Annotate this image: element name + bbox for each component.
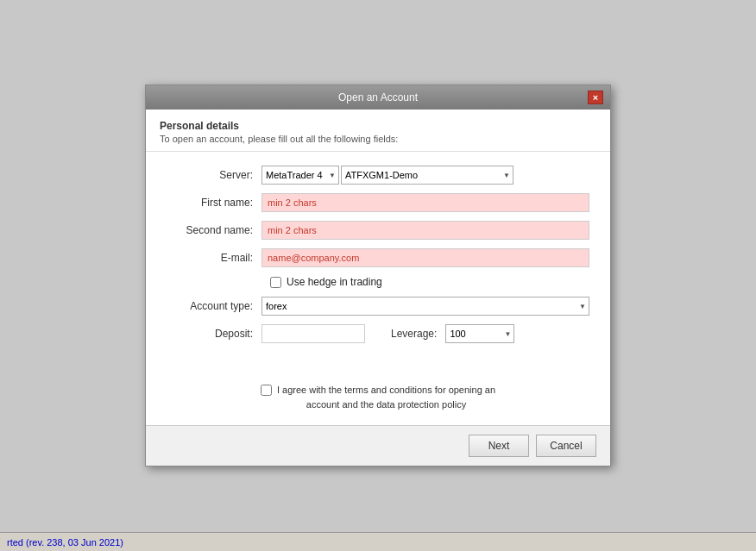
dialog-title: Open an Account bbox=[168, 91, 588, 103]
section-header: Personal details To open an account, ple… bbox=[146, 110, 610, 152]
firstname-row: First name: bbox=[167, 193, 589, 212]
platform-select-wrapper: MetaTrader 4 bbox=[261, 166, 339, 185]
agreement-area: I agree with the terms and conditions fo… bbox=[146, 366, 610, 425]
form-area: Server: MetaTrader 4 ATFXGM1-Demo bbox=[146, 152, 610, 366]
account-type-control: forex bbox=[261, 297, 589, 316]
server-controls: MetaTrader 4 ATFXGM1-Demo bbox=[261, 166, 589, 185]
platform-select[interactable]: MetaTrader 4 bbox=[261, 166, 339, 185]
leverage-select[interactable]: 100 bbox=[445, 324, 514, 343]
hedge-label: Use hedge in trading bbox=[287, 276, 382, 288]
secondname-label: Second name: bbox=[167, 224, 261, 236]
agreement-line1: I agree with the terms and conditions fo… bbox=[277, 385, 495, 395]
email-label: E-mail: bbox=[167, 252, 261, 264]
next-button[interactable]: Next bbox=[469, 435, 529, 457]
dialog-overlay: Open an Account × Personal details To op… bbox=[0, 0, 756, 551]
dialog-body: Personal details To open an account, ple… bbox=[146, 110, 610, 425]
secondname-input[interactable] bbox=[261, 221, 589, 240]
dialog-titlebar: Open an Account × bbox=[146, 85, 610, 110]
firstname-control bbox=[261, 193, 589, 212]
email-input[interactable] bbox=[261, 248, 589, 267]
agreement-text: I agree with the terms and conditions fo… bbox=[277, 383, 495, 411]
section-title: Personal details bbox=[160, 120, 596, 132]
server-name-select[interactable]: ATFXGM1-Demo bbox=[341, 166, 513, 185]
open-account-dialog: Open an Account × Personal details To op… bbox=[145, 85, 611, 466]
cancel-button[interactable]: Cancel bbox=[536, 435, 596, 457]
agreement-checkbox[interactable] bbox=[261, 385, 272, 396]
close-button[interactable]: × bbox=[588, 91, 603, 104]
deposit-input[interactable]: 100000 bbox=[261, 324, 365, 343]
deposit-leverage-row: Deposit: 100000 Leverage: 100 bbox=[167, 324, 589, 343]
hedge-row: Use hedge in trading bbox=[167, 276, 589, 288]
leverage-label: Leverage: bbox=[365, 328, 445, 340]
account-type-select[interactable]: forex bbox=[261, 297, 589, 316]
deposit-label: Deposit: bbox=[167, 328, 261, 340]
email-control bbox=[261, 248, 589, 267]
hedge-checkbox[interactable] bbox=[270, 277, 281, 288]
account-type-label: Account type: bbox=[167, 300, 261, 312]
dialog-footer: Next Cancel bbox=[146, 425, 610, 466]
firstname-label: First name: bbox=[167, 197, 261, 209]
secondname-control bbox=[261, 221, 589, 240]
account-type-row: Account type: forex bbox=[167, 297, 589, 316]
leverage-select-wrapper: 100 bbox=[445, 324, 514, 343]
server-name-select-wrapper: ATFXGM1-Demo bbox=[341, 166, 513, 185]
firstname-input[interactable] bbox=[261, 193, 589, 212]
account-type-select-wrapper: forex bbox=[261, 297, 589, 316]
agreement-line2: account and the data protection policy bbox=[306, 399, 466, 410]
section-subtitle: To open an account, please fill out all … bbox=[160, 134, 596, 144]
email-row: E-mail: bbox=[167, 248, 589, 267]
server-row: Server: MetaTrader 4 ATFXGM1-Demo bbox=[167, 166, 589, 185]
secondname-row: Second name: bbox=[167, 221, 589, 240]
server-label: Server: bbox=[167, 169, 261, 181]
